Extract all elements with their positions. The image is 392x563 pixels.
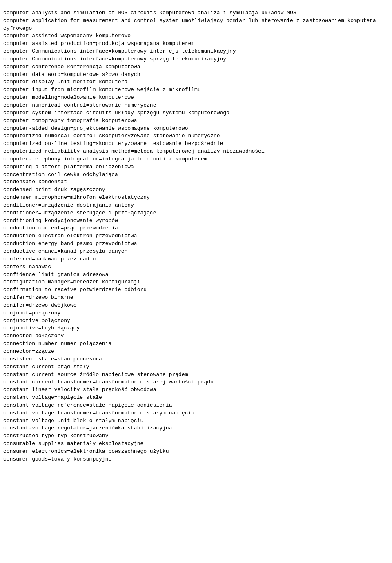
list-item: configuration manager=menedżer konfigura… xyxy=(3,278,389,286)
list-item: computer display unit=monitor komputera xyxy=(3,78,389,86)
list-item: constant current source=źródło napięciow… xyxy=(3,371,389,379)
list-item: computer modeling=modelowanie komputerow… xyxy=(3,94,389,102)
list-item: conductive chanel=kanał przesyłu danych xyxy=(3,248,389,256)
list-item: computer data word=komputerowe słowo dan… xyxy=(3,71,389,79)
list-item: constant voltage transformer=transformat… xyxy=(3,409,389,417)
list-item: concentration coil=cewka odchylająca xyxy=(3,171,389,179)
list-item: computer conference=konferencja komputer… xyxy=(3,63,389,71)
list-item: conjunctive=połączony xyxy=(3,317,389,325)
list-item: conjunct=połączony xyxy=(3,309,389,317)
list-item: computer analysis and simulation of MOS … xyxy=(3,9,389,17)
list-item: connected=połączony xyxy=(3,332,389,340)
list-item: computer tomography=tomografia komputero… xyxy=(3,117,389,125)
list-item: confirmation to receive=potwierdzenie od… xyxy=(3,286,389,294)
list-item: conferred=nadawać przez radio xyxy=(3,256,389,263)
list-item: computerized numercal control=skomputery… xyxy=(3,132,389,140)
list-item: constructed type=typ konstruowany xyxy=(3,432,389,440)
list-item: computer application for measurement and… xyxy=(3,17,389,33)
list-item: conduction electron=elektron przewodnict… xyxy=(3,232,389,240)
list-item: constant voltage unit=blok o stałym napi… xyxy=(3,417,389,425)
list-item: constant current transformer=transformat… xyxy=(3,378,389,386)
list-item: conjunctive=tryb łączący xyxy=(3,325,389,332)
list-item: conditioning=kondycjonowanie wyrobów xyxy=(3,217,389,225)
list-item: computer input from microfilm=komputerow… xyxy=(3,86,389,94)
list-item: computing platform=platforma obliczeniow… xyxy=(3,163,389,171)
list-item: computer-aided design=projektowanie wspo… xyxy=(3,125,389,133)
list-item: computer assisted production=produkcja w… xyxy=(3,40,389,48)
list-item: conditioner=urządzenie sterujące i przeł… xyxy=(3,209,389,217)
list-item: computer system interface circuits=układ… xyxy=(3,109,389,117)
list-item: computer Communications interface=komput… xyxy=(3,48,389,56)
list-item: computer assisted=wspomagany komputerowo xyxy=(3,32,389,40)
list-item: conditioner=urządzenie dostrajania anten… xyxy=(3,202,389,209)
list-item: computerized reliability analysis method… xyxy=(3,148,389,156)
list-item: computerized on-line testing=skomputeryz… xyxy=(3,140,389,148)
list-item: computer-telephony integration=integracj… xyxy=(3,156,389,163)
list-item: confers=nadawać xyxy=(3,263,389,271)
list-item: computer Communications interface=komput… xyxy=(3,56,389,63)
list-item: connector=złącze xyxy=(3,348,389,356)
list-item: condensed print=druk zagęszczony xyxy=(3,186,389,194)
list-item: computer numerical control=sterowanie nu… xyxy=(3,102,389,109)
list-item: conifer=drzewo dwójkowe xyxy=(3,302,389,309)
list-item: constant voltage=napięcie stałe xyxy=(3,394,389,402)
list-item: connection number=numer połączenia xyxy=(3,340,389,348)
list-item: conifer=drzewo binarne xyxy=(3,294,389,302)
list-item: consumer electronics=elektronika powszec… xyxy=(3,448,389,456)
list-item: consistent state=stan procesora xyxy=(3,356,389,363)
list-item: constant current=prąd stały xyxy=(3,363,389,371)
list-item: condenser microphone=mikrofon elektrosta… xyxy=(3,194,389,202)
list-item: constant-voltage regulator=jarzeniówka s… xyxy=(3,425,389,432)
list-item: consumer goods=towary konsumpcyjne xyxy=(3,456,389,463)
list-item: constant linear velocity=stała prędkość … xyxy=(3,386,389,394)
list-item: conduction current=prąd przewodzenia xyxy=(3,225,389,232)
dictionary-content: computer analysis and simulation of MOS … xyxy=(3,2,389,463)
list-item: consumable supplies=materiały eksploatac… xyxy=(3,440,389,448)
list-item: confidence limit=granica adresowa xyxy=(3,271,389,279)
list-item: conduction energy band=pasmo przewodnict… xyxy=(3,240,389,248)
list-item: condensate=kondensat xyxy=(3,178,389,186)
list-item: constant voltage reference=stałe napięci… xyxy=(3,402,389,409)
